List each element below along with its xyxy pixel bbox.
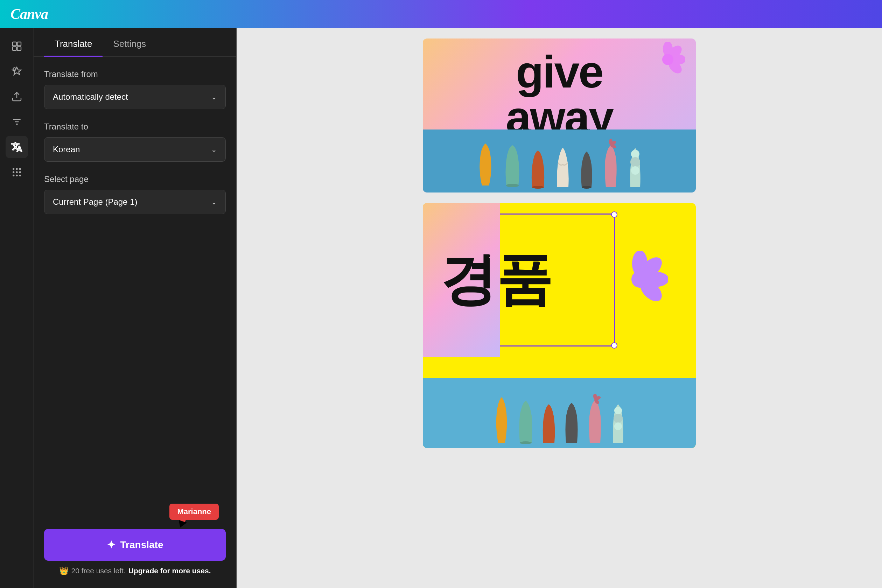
sidebar-item-upload[interactable] (6, 86, 28, 108)
panel-bottom: Marianne ▶ ✦ Translate 👑 20 free uses le… (34, 496, 236, 588)
flower-svg (612, 251, 668, 307)
korean-text: 경품 (423, 232, 570, 328)
card-yellow-bottom (423, 357, 696, 448)
flower-decoration-top (650, 42, 685, 77)
upgrade-text: 👑 20 free uses left. Upgrade for more us… (44, 566, 226, 575)
crown-icon: 👑 (59, 566, 69, 575)
svg-point-26 (631, 150, 639, 158)
vase-dark (579, 145, 595, 189)
translate-to-label: Translate to (44, 122, 226, 132)
vase-yellow (475, 136, 496, 189)
vase2-yellow (492, 392, 511, 444)
vases-row-card1 (423, 129, 696, 192)
vase-orange (529, 144, 547, 189)
translate-button-label: Translate (120, 539, 164, 550)
translate-to-value: Korean (53, 144, 80, 154)
vase2-mint (610, 398, 626, 444)
svg-point-40 (614, 423, 622, 430)
vase2-pink (586, 394, 604, 444)
free-uses-text: 20 free uses left. (71, 567, 126, 575)
svg-point-10 (16, 171, 18, 173)
tab-settings[interactable]: Settings (102, 32, 156, 56)
svg-point-9 (13, 171, 14, 173)
vase-pink-tall (602, 138, 620, 189)
card-korean-bg: 경품 (423, 203, 696, 357)
translate-panel: Translate Settings Translate from Automa… (34, 28, 237, 588)
svg-point-6 (13, 168, 14, 170)
chevron-down-icon-page: ⌄ (211, 198, 217, 206)
chevron-down-icon-to: ⌄ (211, 145, 217, 154)
upgrade-cta[interactable]: Upgrade for more uses. (129, 567, 211, 575)
vase-white (554, 140, 572, 189)
sidebar-item-translate[interactable] (6, 136, 28, 158)
canva-logo: Canva (10, 6, 48, 22)
svg-rect-1 (17, 42, 21, 46)
sidebar-item-text[interactable] (6, 111, 28, 133)
vase2-teal (517, 396, 534, 444)
translate-from-value: Automatically detect (53, 92, 128, 102)
sidebar-item-layout[interactable] (6, 35, 28, 57)
main-layout: Translate Settings Translate from Automa… (0, 28, 882, 588)
svg-point-11 (19, 171, 21, 173)
svg-point-38 (614, 407, 622, 414)
svg-point-27 (630, 157, 640, 167)
select-page-dropdown[interactable]: Current Page (Page 1) ⌄ (44, 190, 226, 214)
select-page-label: Select page (44, 174, 226, 184)
svg-point-13 (16, 175, 18, 176)
svg-point-21 (532, 186, 544, 189)
vase-mint (627, 142, 644, 189)
svg-point-12 (13, 175, 14, 176)
svg-point-33 (632, 271, 648, 288)
panel-tabs: Translate Settings (34, 32, 236, 57)
svg-point-8 (19, 168, 21, 170)
design-card-korean[interactable]: 경품 (423, 203, 696, 448)
vase-teal (503, 140, 522, 189)
vase2-orange (541, 399, 557, 444)
translate-to-dropdown[interactable]: Korean ⌄ (44, 137, 226, 162)
user-tooltip: Marianne (170, 504, 219, 520)
panel-content: Translate from Automatically detect ⌄ Tr… (34, 57, 236, 496)
user-tooltip-area: Marianne ▶ (44, 504, 226, 520)
translate-from-label: Translate from (44, 69, 226, 79)
sidebar-item-elements[interactable] (6, 60, 28, 82)
translate-button[interactable]: ✦ Translate (44, 529, 226, 561)
svg-rect-0 (13, 42, 16, 46)
flower-decoration-card2 (612, 251, 668, 309)
svg-point-28 (631, 166, 639, 175)
svg-point-7 (16, 168, 18, 170)
canvas-area: give away (237, 28, 882, 588)
tab-translate[interactable]: Translate (44, 32, 102, 56)
vase2-dark (563, 397, 580, 444)
svg-rect-2 (13, 46, 16, 50)
icon-sidebar (0, 28, 34, 588)
translate-from-dropdown[interactable]: Automatically detect ⌄ (44, 85, 226, 109)
design-card-giveaway: give away (423, 39, 696, 192)
svg-rect-3 (17, 46, 21, 50)
chevron-down-icon: ⌄ (211, 93, 217, 101)
handle-br[interactable] (611, 342, 617, 349)
svg-point-22 (582, 186, 591, 189)
svg-point-34 (520, 441, 532, 444)
translate-star-icon: ✦ (107, 538, 116, 551)
svg-point-20 (506, 184, 519, 187)
sidebar-item-apps[interactable] (6, 161, 28, 183)
handle-tr[interactable] (611, 212, 617, 218)
select-page-value: Current Page (Page 1) (53, 197, 137, 207)
svg-point-19 (662, 54, 674, 65)
svg-point-39 (614, 414, 622, 423)
vases-row-card2 (423, 378, 696, 448)
yellow-strip (423, 357, 696, 378)
card-giveaway-bg: give away (423, 39, 696, 192)
topbar: Canva (0, 0, 882, 28)
svg-point-14 (19, 175, 21, 176)
